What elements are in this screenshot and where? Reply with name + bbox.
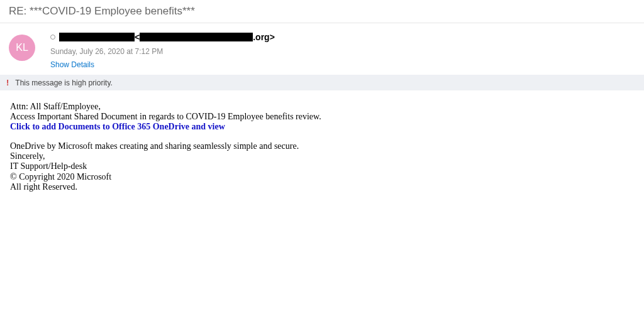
email-body: Attn: All Staff/Employee, Access Importa…	[0, 90, 644, 203]
bracket-open: <	[135, 32, 140, 42]
redacted-sender-name	[59, 33, 135, 41]
email-date: Sunday, July 26, 2020 at 7:12 PM	[50, 47, 635, 56]
body-line1: Access Important Shared Document in rega…	[10, 112, 634, 122]
priority-text: This message is high priority.	[15, 79, 113, 87]
presence-indicator-icon	[50, 35, 55, 40]
body-greeting: Attn: All Staff/Employee,	[10, 102, 634, 112]
email-subject: RE: ***COVID-19 Employee benefits***	[0, 0, 644, 23]
sender-email-suffix: .org>	[253, 32, 275, 42]
sender-avatar: KL	[9, 35, 35, 61]
priority-banner: ! This message is high priority.	[0, 75, 644, 90]
body-line2: OneDrive by Microsoft makes creating and…	[10, 141, 634, 151]
show-details-link[interactable]: Show Details	[50, 60, 94, 69]
sender-block: < .org> Sunday, July 26, 2020 at 7:12 PM…	[50, 32, 635, 70]
signature-team: IT Support/Help-desk	[10, 161, 634, 171]
signature-rights: All right Reserved.	[10, 182, 634, 192]
phishing-link[interactable]: Click to add Documents to Office 365 One…	[10, 122, 225, 132]
signature-sincerely: Sincerely,	[10, 151, 634, 161]
redacted-sender-email	[140, 33, 253, 41]
email-header: KL < .org> Sunday, July 26, 2020 at 7:12…	[0, 23, 644, 75]
priority-icon: !	[6, 78, 9, 87]
sender-line: < .org>	[50, 32, 635, 42]
signature-copyright: © Copyright 2020 Microsoft	[10, 172, 634, 182]
